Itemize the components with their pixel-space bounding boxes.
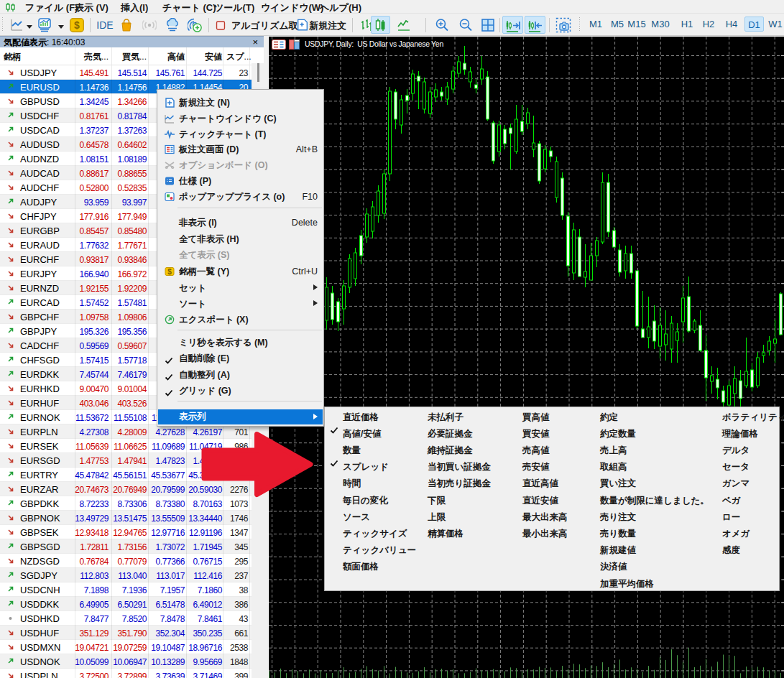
svg-text:$: $ — [74, 19, 80, 31]
svg-text:$: $ — [167, 268, 172, 276]
